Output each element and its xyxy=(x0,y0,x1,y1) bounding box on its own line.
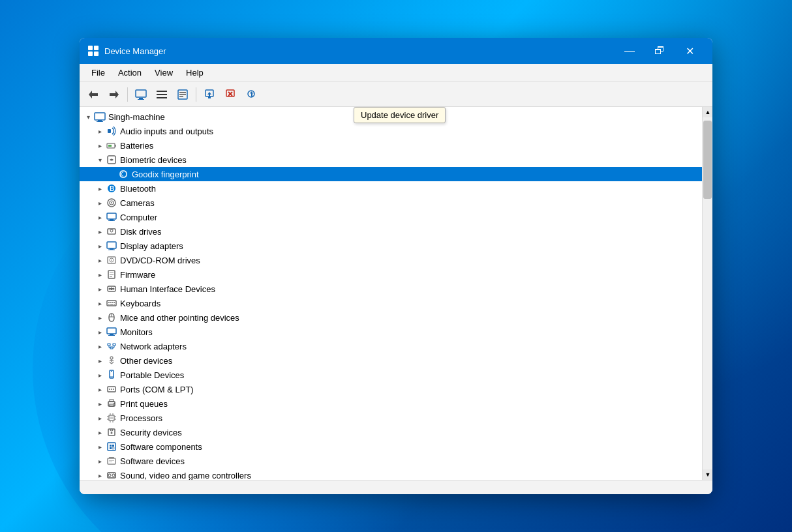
list-item[interactable]: ▸ DVD/CD-ROM drives xyxy=(80,253,702,267)
list-item[interactable]: ▸ Security devices xyxy=(80,425,702,439)
list-item[interactable]: ▸ Network adapters xyxy=(80,339,702,353)
toggle-icon[interactable]: ▸ xyxy=(94,140,106,151)
device-tree[interactable]: ▾ Singh-machine ▸ xyxy=(80,107,702,480)
properties-button[interactable] xyxy=(173,85,192,104)
list-item[interactable]: ▸ Monitors xyxy=(80,325,702,339)
toggle-icon[interactable]: ▸ xyxy=(94,254,106,266)
scan-button[interactable] xyxy=(241,85,261,104)
update-driver-button[interactable] xyxy=(200,85,219,104)
maximize-button[interactable]: 🗗 xyxy=(645,38,675,64)
list-item[interactable]: ▸ Disk drives xyxy=(80,224,702,239)
forward-button[interactable] xyxy=(104,85,124,104)
list-item[interactable]: ▸ Human Interface Devices xyxy=(80,282,702,296)
toggle-icon[interactable]: ▸ xyxy=(94,355,106,366)
scrollbar[interactable]: ▲ ▼ xyxy=(702,107,712,480)
menu-view[interactable]: View xyxy=(148,65,179,80)
list-item[interactable]: ▸ Audio inputs and outputs xyxy=(80,124,702,138)
list-item[interactable]: ▸ Portable Devices xyxy=(80,368,702,382)
list-item[interactable]: ▸ Ports (COM & LPT) xyxy=(80,382,702,396)
svg-rect-52 xyxy=(110,276,112,277)
scroll-up-arrow[interactable]: ▲ xyxy=(703,107,712,117)
list-item[interactable]: ▸ Other devices xyxy=(80,353,702,368)
item-label: Keyboards xyxy=(120,299,160,308)
list-item[interactable]: ▾ Biometric devices xyxy=(80,153,702,167)
list-item-selected[interactable]: Goodix fingerprint xyxy=(80,167,702,181)
svg-rect-71 xyxy=(108,344,110,346)
toggle-icon[interactable] xyxy=(106,168,117,180)
menu-file[interactable]: File xyxy=(85,65,112,80)
menu-action[interactable]: Action xyxy=(112,65,148,80)
close-button[interactable]: ✕ xyxy=(675,38,705,64)
toggle-icon[interactable]: ▸ xyxy=(94,240,106,252)
list-item[interactable]: ▸ Print queues xyxy=(80,396,702,411)
scroll-thumb[interactable] xyxy=(703,121,712,199)
menu-help[interactable]: Help xyxy=(179,65,210,80)
status-bar xyxy=(80,480,712,494)
list-item[interactable]: ▸ Mice and other pointing devices xyxy=(80,310,702,325)
svg-rect-26 xyxy=(97,121,103,122)
toolbar: Update device driver xyxy=(80,82,712,107)
window-icon xyxy=(87,45,99,57)
toggle-icon[interactable]: ▾ xyxy=(94,154,106,166)
list-item[interactable]: ▸ Software components xyxy=(80,439,702,454)
item-label: Security devices xyxy=(120,428,182,437)
toggle-icon[interactable]: ▸ xyxy=(94,226,106,237)
uninstall-button[interactable] xyxy=(221,85,240,104)
root-toggle[interactable]: ▾ xyxy=(82,111,94,123)
toggle-icon[interactable]: ▸ xyxy=(94,383,106,395)
computer-button[interactable] xyxy=(131,85,151,104)
svg-rect-24 xyxy=(95,113,105,120)
toggle-icon[interactable]: ▸ xyxy=(94,297,106,309)
tree-button[interactable] xyxy=(152,85,172,104)
svg-rect-39 xyxy=(108,220,115,221)
svg-rect-111 xyxy=(112,447,114,449)
svg-line-82 xyxy=(112,362,114,364)
toggle-icon[interactable]: ▸ xyxy=(94,312,106,323)
display-icon xyxy=(106,240,117,252)
toggle-icon[interactable]: ▸ xyxy=(94,125,106,137)
list-item[interactable]: ▸ Computer xyxy=(80,210,702,224)
toggle-icon[interactable]: ▸ xyxy=(94,211,106,223)
list-item[interactable]: ▸ Cameras xyxy=(80,196,702,210)
toggle-icon[interactable]: ▸ xyxy=(94,455,106,467)
svg-rect-43 xyxy=(107,242,116,248)
scroll-track[interactable] xyxy=(703,117,712,469)
svg-point-87 xyxy=(109,389,110,390)
list-item[interactable]: ▸ Processors xyxy=(80,411,702,425)
list-item[interactable]: ▸ B Bluetooth xyxy=(80,181,702,196)
svg-point-88 xyxy=(111,389,112,390)
svg-point-117 xyxy=(108,474,111,477)
toggle-icon[interactable]: ▸ xyxy=(94,197,106,209)
toggle-icon[interactable]: ▸ xyxy=(94,412,106,424)
list-item[interactable]: ▸ Keyboards xyxy=(80,296,702,310)
list-item[interactable]: ▸ Sound, video and game controllers xyxy=(80,468,702,480)
svg-rect-41 xyxy=(109,233,114,234)
svg-rect-116 xyxy=(108,473,115,478)
toggle-icon[interactable]: ▸ xyxy=(94,441,106,452)
list-item[interactable]: ▸ Display adapters xyxy=(80,239,702,253)
list-item[interactable]: ▸ Firmware xyxy=(80,267,702,282)
toggle-icon[interactable]: ▸ xyxy=(94,283,106,295)
toggle-icon[interactable]: ▸ xyxy=(94,469,106,480)
item-label: Firmware xyxy=(120,270,155,280)
toggle-icon[interactable]: ▸ xyxy=(94,369,106,381)
list-item[interactable]: ▸ Software devices xyxy=(80,454,702,468)
scroll-down-arrow[interactable]: ▼ xyxy=(703,469,712,480)
toggle-icon[interactable]: ▸ xyxy=(94,426,106,438)
minimize-button[interactable]: — xyxy=(615,38,645,64)
monitor-icon xyxy=(106,326,117,338)
sound-icon xyxy=(106,469,117,480)
software-devices-icon xyxy=(106,455,117,467)
back-button[interactable] xyxy=(84,85,103,104)
svg-rect-65 xyxy=(114,304,115,305)
toggle-icon[interactable]: ▸ xyxy=(94,398,106,409)
toggle-icon[interactable]: ▸ xyxy=(94,183,106,194)
toggle-icon[interactable]: ▸ xyxy=(94,269,106,280)
item-label: Mice and other pointing devices xyxy=(120,313,239,323)
list-item[interactable]: ▸ Batteries xyxy=(80,138,702,153)
toggle-icon[interactable]: ▸ xyxy=(94,326,106,338)
toggle-icon[interactable]: ▸ xyxy=(94,340,106,352)
item-label: DVD/CD-ROM drives xyxy=(120,256,200,265)
menu-bar: File Action View Help xyxy=(80,64,712,82)
svg-marker-5 xyxy=(110,91,119,98)
